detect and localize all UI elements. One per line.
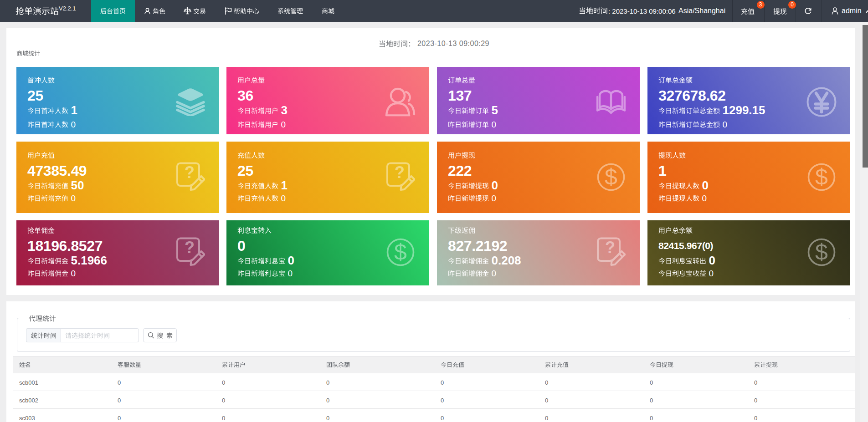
- svg-text:?: ?: [185, 163, 195, 181]
- svg-text:$: $: [605, 164, 617, 190]
- svg-text:$: $: [394, 239, 407, 265]
- svg-text:?: ?: [395, 163, 405, 181]
- svg-text:$: $: [815, 239, 828, 265]
- svg-text:$: $: [815, 164, 828, 190]
- svg-text:?: ?: [605, 238, 615, 256]
- svg-text:?: ?: [185, 238, 195, 256]
